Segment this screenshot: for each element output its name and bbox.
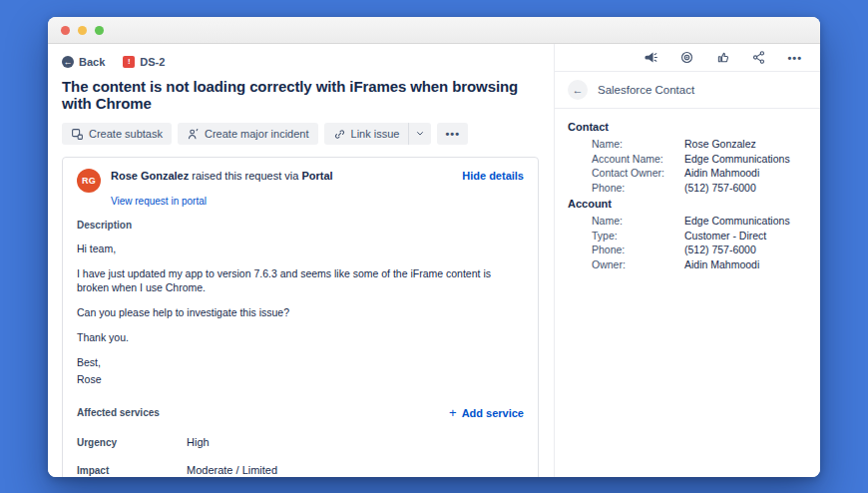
breadcrumb: ← Back ! DS-2 <box>62 56 539 68</box>
description-paragraph: Hi team, <box>77 242 524 255</box>
field-value: (512) 757-6000 <box>684 182 756 195</box>
panel-back-button[interactable]: ← <box>568 80 588 100</box>
field-value: Edge Communications <box>684 153 790 166</box>
account-row: Type: Customer - Direct <box>568 229 807 244</box>
account-section-heading: Account <box>568 198 807 210</box>
issue-main-column: ← Back ! DS-2 The content is not loading… <box>48 44 554 477</box>
contact-row: Account Name: Edge Communications <box>568 152 807 167</box>
add-service-label: Add service <box>462 407 524 419</box>
field-label: Type: <box>592 230 684 243</box>
share-icon[interactable] <box>751 50 766 65</box>
side-panel-title: Salesforce Contact <box>598 84 694 96</box>
watch-icon[interactable] <box>679 50 694 65</box>
field-label: Owner: <box>592 258 684 271</box>
reporter-avatar: RG <box>77 169 101 193</box>
chevron-down-icon <box>415 129 425 139</box>
link-icon <box>333 128 346 141</box>
create-subtask-button[interactable]: Create subtask <box>62 123 172 145</box>
create-major-incident-label: Create major incident <box>205 128 309 140</box>
description-paragraph: Thank you. <box>77 330 524 344</box>
impact-field: Impact Moderate / Limited <box>77 464 524 476</box>
issue-key-link[interactable]: ! DS-2 <box>123 56 165 68</box>
urgency-label: Urgency <box>77 437 187 448</box>
field-label: Phone: <box>592 244 684 256</box>
request-details-card: RG Rose Gonzalez raised this request via… <box>62 157 539 477</box>
field-value: Rose Gonzalez <box>684 138 756 151</box>
feedback-megaphone-icon[interactable] <box>644 50 658 65</box>
description-paragraph: Best, <box>77 355 524 369</box>
contact-row: Phone: (512) 757-6000 <box>568 181 807 196</box>
account-row: Phone: (512) 757-6000 <box>568 243 807 257</box>
back-button[interactable]: ← Back <box>62 56 105 68</box>
close-window-button[interactable] <box>61 26 70 35</box>
incident-type-icon: ! <box>123 56 135 68</box>
impact-value[interactable]: Moderate / Limited <box>187 464 277 476</box>
issue-action-icons: ••• <box>555 44 820 72</box>
account-row: Name: Edge Communications <box>568 214 807 229</box>
add-service-link[interactable]: + Add service <box>449 405 524 420</box>
raised-request-text: Rose Gonzalez raised this request via Po… <box>111 169 333 182</box>
urgency-value[interactable]: High <box>187 436 210 448</box>
field-value: Customer - Direct <box>684 230 766 243</box>
field-value: (512) 757-6000 <box>684 244 756 256</box>
description-paragraph: Can you please help to investigate this … <box>77 305 524 319</box>
side-panel-header: ← Salesforce Contact <box>555 72 820 109</box>
field-label: Name: <box>592 138 684 151</box>
field-value: Edge Communications <box>684 215 790 228</box>
plus-icon: + <box>449 405 457 420</box>
contact-row: Name: Rose Gonzalez <box>568 137 807 152</box>
link-issue-label: Link issue <box>351 128 400 140</box>
more-actions-button[interactable]: ••• <box>437 123 468 145</box>
app-window: ← Back ! DS-2 The content is not loading… <box>48 17 820 477</box>
contact-section-heading: Contact <box>568 121 807 133</box>
salesforce-contact-details: Contact Name: Rose Gonzalez Account Name… <box>555 109 820 280</box>
hide-details-link[interactable]: Hide details <box>462 169 524 182</box>
subtask-icon <box>71 128 84 141</box>
account-row: Owner: Aidin Mahmoodi <box>568 257 807 272</box>
minimize-window-button[interactable] <box>78 26 87 35</box>
field-label: Contact Owner: <box>592 167 684 180</box>
contact-row: Contact Owner: Aidin Mahmoodi <box>568 166 807 181</box>
window-titlebar <box>48 17 820 44</box>
issue-key-label: DS-2 <box>140 56 165 68</box>
description-label: Description <box>77 220 524 231</box>
create-subtask-label: Create subtask <box>89 128 163 140</box>
back-label: Back <box>79 56 105 68</box>
raised-via-text: raised this request via <box>189 170 301 182</box>
field-label: Phone: <box>592 182 684 195</box>
create-major-incident-button[interactable]: Create major incident <box>178 123 318 145</box>
side-panel: ••• ← Salesforce Contact Contact Name: R… <box>554 44 820 477</box>
description-paragraph: I have just updated my app to version 7.… <box>77 266 524 294</box>
affected-services-label: Affected services <box>77 407 160 418</box>
field-label: Account Name: <box>592 153 684 166</box>
request-channel: Portal <box>301 170 332 182</box>
field-label: Name: <box>592 215 684 228</box>
zoom-window-button[interactable] <box>95 26 104 35</box>
view-request-in-portal-link[interactable]: View request in portal <box>111 196 524 207</box>
impact-label: Impact <box>77 465 187 476</box>
urgency-field: Urgency High <box>77 436 524 448</box>
person-icon <box>187 128 200 141</box>
link-issue-split-button: Link issue <box>324 123 432 145</box>
back-circle-icon: ← <box>62 56 74 68</box>
ellipsis-icon: ••• <box>445 128 460 140</box>
panel-more-icon[interactable]: ••• <box>787 52 802 64</box>
issue-title: The content is not loading correctly wit… <box>62 78 539 112</box>
description-paragraph: Rose <box>77 372 524 386</box>
field-value: Aidin Mahmoodi <box>684 258 759 271</box>
vote-thumbs-up-icon[interactable] <box>715 50 730 65</box>
field-value: Aidin Mahmoodi <box>684 167 759 180</box>
link-issue-button[interactable]: Link issue <box>324 123 409 145</box>
link-issue-dropdown-caret[interactable] <box>408 123 431 145</box>
reporter-name: Rose Gonzalez <box>111 170 189 182</box>
issue-toolbar: Create subtask Create major incident Lin… <box>62 123 539 145</box>
